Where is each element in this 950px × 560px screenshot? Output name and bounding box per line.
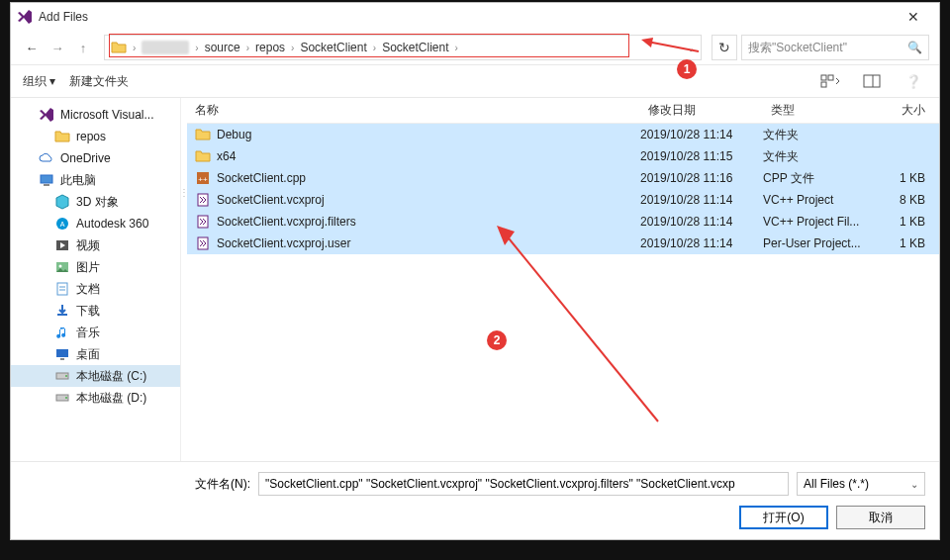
file-name: Debug <box>217 128 251 141</box>
vs-icon <box>39 107 54 123</box>
cpp-icon: ++ <box>195 170 211 186</box>
organize-menu[interactable]: 组织 ▾ <box>23 73 55 90</box>
fld-icon <box>195 127 211 142</box>
svg-point-12 <box>59 265 62 268</box>
doc-icon <box>54 281 70 297</box>
tree-node[interactable]: repos <box>11 126 180 147</box>
chevron-right-icon: › <box>291 43 294 53</box>
column-headers[interactable]: 名称 修改日期 类型 大小 <box>187 98 939 124</box>
file-name: SocketClient.vcxproj.filters <box>217 215 356 229</box>
vs-logo-icon <box>17 9 33 25</box>
file-name: SocketClient.vcxproj.user <box>217 236 350 250</box>
tree-label: OneDrive <box>60 151 111 165</box>
crumb-segment[interactable]: source <box>205 41 240 54</box>
filetype-filter[interactable]: All Files (*.*) ⌄ <box>797 472 925 496</box>
tree-label: 桌面 <box>76 346 100 363</box>
footer: 文件名(N): All Files (*.*) ⌄ 打开(O) 取消 <box>11 461 939 539</box>
file-type: 文件夹 <box>763 148 880 165</box>
img-icon <box>54 259 70 275</box>
nav-forward-button[interactable]: → <box>47 37 68 58</box>
svg-point-19 <box>65 375 67 377</box>
file-type: VC++ Project <box>763 193 880 207</box>
tree-node[interactable]: 视频 <box>11 234 180 256</box>
tree-node[interactable]: 文档 <box>11 278 180 300</box>
col-date[interactable]: 修改日期 <box>640 102 763 119</box>
tree-label: 文档 <box>76 281 100 298</box>
mus-icon <box>54 325 70 340</box>
col-type[interactable]: 类型 <box>763 102 880 119</box>
new-folder-button[interactable]: 新建文件夹 <box>69 73 129 90</box>
file-type: Per-User Project... <box>763 236 880 250</box>
tree-node[interactable]: Microsoft Visual... <box>11 104 180 126</box>
disk-icon <box>54 368 70 384</box>
col-size[interactable]: 大小 <box>880 102 939 119</box>
file-name: SocketClient.cpp <box>217 171 306 185</box>
file-name: SocketClient.vcxproj <box>217 193 325 207</box>
proj-icon <box>195 235 211 251</box>
tree-node[interactable]: 本地磁盘 (D:) <box>11 387 180 409</box>
svg-rect-3 <box>864 75 880 87</box>
search-input[interactable]: 搜索"SocketClient" 🔍 <box>741 35 929 60</box>
filename-label: 文件名(N): <box>25 476 250 493</box>
pc-icon <box>39 172 54 188</box>
tree-node[interactable]: 此电脑 <box>11 169 180 191</box>
breadcrumb-bar[interactable]: › › source › repos › SocketClient › Sock… <box>104 35 702 60</box>
refresh-button[interactable]: ↻ <box>712 35 737 60</box>
titlebar: Add Files ✕ <box>11 3 939 31</box>
filename-input[interactable] <box>258 472 789 496</box>
file-rows: Debug2019/10/28 11:14文件夹x642019/10/28 11… <box>187 124 939 254</box>
open-button[interactable]: 打开(O) <box>739 506 828 529</box>
tree-node[interactable]: 下载 <box>11 300 180 322</box>
file-row[interactable]: Debug2019/10/28 11:14文件夹 <box>187 124 939 145</box>
file-row[interactable]: SocketClient.vcxproj2019/10/28 11:14VC++… <box>187 189 939 211</box>
file-date: 2019/10/28 11:16 <box>640 171 763 185</box>
file-date: 2019/10/28 11:14 <box>640 215 763 229</box>
nav-tree[interactable]: Microsoft Visual...reposOneDrive此电脑3D 对象… <box>11 98 181 461</box>
tree-node[interactable]: 音乐 <box>11 322 180 343</box>
tree-label: 视频 <box>76 237 100 254</box>
folder-icon <box>111 40 127 55</box>
chevron-right-icon: › <box>455 43 458 53</box>
chevron-right-icon: › <box>195 43 198 53</box>
file-name: x64 <box>217 149 236 163</box>
tree-label: Autodesk 360 <box>76 217 148 231</box>
cancel-button[interactable]: 取消 <box>836 506 925 529</box>
file-row[interactable]: x642019/10/28 11:15文件夹 <box>187 145 939 167</box>
tree-label: 图片 <box>76 259 100 276</box>
tree-node[interactable]: 本地磁盘 (C:) <box>11 365 180 387</box>
search-icon: 🔍 <box>907 41 922 54</box>
file-row[interactable]: ++SocketClient.cpp2019/10/28 11:16CPP 文件… <box>187 167 939 189</box>
proj-icon <box>195 192 211 208</box>
close-button[interactable]: ✕ <box>894 6 933 28</box>
preview-pane-icon[interactable] <box>858 71 886 91</box>
toolbar: 组织 ▾ 新建文件夹 ❔ <box>11 64 939 98</box>
view-options-icon[interactable] <box>816 71 844 91</box>
tree-label: 音乐 <box>76 325 100 341</box>
svg-text:++: ++ <box>198 175 208 184</box>
tree-node[interactable]: OneDrive <box>11 147 180 169</box>
file-size: 1 KB <box>880 171 939 185</box>
fld-icon <box>54 129 70 144</box>
breadcrumb-dropdown-icon[interactable]: ⌄ <box>687 43 695 53</box>
nav-back-button[interactable]: ← <box>21 37 43 58</box>
vid-icon <box>54 237 70 253</box>
crumb-segment[interactable]: SocketClient <box>300 41 366 54</box>
chevron-right-icon: › <box>246 43 249 53</box>
col-name[interactable]: 名称 <box>187 102 640 119</box>
help-icon[interactable]: ❔ <box>900 71 927 91</box>
tree-node[interactable]: 桌面 <box>11 343 180 365</box>
crumb-segment[interactable]: SocketClient <box>382 41 448 54</box>
disk-icon <box>54 390 70 406</box>
file-size: 1 KB <box>880 215 939 229</box>
tree-node[interactable]: 图片 <box>11 256 180 278</box>
tree-node[interactable]: AAutodesk 360 <box>11 213 180 234</box>
svg-rect-2 <box>821 82 826 87</box>
file-row[interactable]: SocketClient.vcxproj.user2019/10/28 11:1… <box>187 233 939 254</box>
nav-up-button[interactable]: ↑ <box>72 37 94 58</box>
redacted-segment <box>142 41 189 54</box>
file-row[interactable]: SocketClient.vcxproj.filters2019/10/28 1… <box>187 211 939 233</box>
tree-label: Microsoft Visual... <box>60 108 153 122</box>
crumb-segment[interactable]: repos <box>255 41 285 54</box>
tree-node[interactable]: 3D 对象 <box>11 191 180 213</box>
desk-icon <box>54 346 70 362</box>
